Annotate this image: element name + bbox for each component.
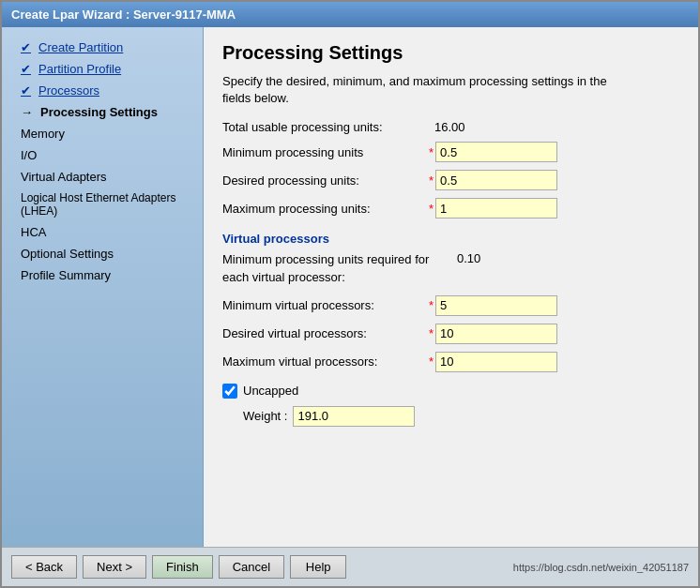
- next-button[interactable]: Next >: [83, 555, 146, 579]
- min-per-vp-value: 0.10: [457, 251, 480, 265]
- desired-processing-required: *: [429, 173, 434, 188]
- finish-button[interactable]: Finish: [152, 555, 213, 579]
- desired-vp-label: Desired virtual processors:: [222, 326, 429, 340]
- window-title: Create Lpar Wizard : Server-9117-MMA: [11, 8, 236, 22]
- max-processing-input[interactable]: 1: [435, 198, 557, 219]
- max-processing-row: Maximum processing units: * 1: [222, 198, 679, 219]
- sidebar-item-label: Processing Settings: [40, 105, 158, 119]
- desired-vp-row: Desired virtual processors: * 10: [222, 324, 679, 344]
- sidebar: Create Partition Partition Profile Proce…: [2, 27, 204, 547]
- min-vp-required: *: [429, 298, 434, 312]
- max-processing-label: Maximum processing units:: [222, 202, 429, 216]
- max-vp-required: *: [429, 354, 434, 369]
- total-usable-value: 16.00: [434, 120, 465, 134]
- min-processing-row: Minimum processing units * 0.5: [222, 142, 679, 162]
- page-title: Processing Settings: [222, 42, 679, 64]
- min-processing-input[interactable]: 0.5: [435, 142, 557, 162]
- uncapped-label: Uncapped: [243, 384, 298, 398]
- footer: < Back Next > Finish Cancel Help https:/…: [2, 547, 698, 586]
- uncapped-row: Uncapped: [222, 384, 679, 399]
- total-usable-label: Total usable processing units:: [222, 120, 429, 134]
- max-vp-label: Maximum virtual processors:: [222, 354, 429, 369]
- weight-row: Weight : 191.0: [243, 406, 679, 427]
- sidebar-item-optional-settings[interactable]: Optional Settings: [2, 243, 203, 264]
- min-per-vp-label: Minimum processing units required for ea…: [222, 251, 448, 285]
- sidebar-item-label: Memory: [21, 127, 65, 141]
- max-processing-required: *: [429, 202, 434, 216]
- sidebar-item-memory[interactable]: Memory: [2, 123, 203, 144]
- sidebar-item-processing-settings[interactable]: Processing Settings: [2, 101, 203, 123]
- sidebar-item-label: Profile Summary: [21, 268, 111, 282]
- sidebar-item-virtual-adapters[interactable]: Virtual Adapters: [2, 166, 203, 188]
- min-vp-input[interactable]: 5: [435, 295, 557, 316]
- weight-label: Weight :: [243, 409, 287, 423]
- sidebar-item-io[interactable]: I/O: [2, 144, 203, 166]
- sidebar-item-label: HCA: [21, 225, 46, 239]
- min-processing-required: *: [429, 145, 434, 159]
- desired-processing-label: Desired processing units:: [222, 173, 429, 188]
- desired-processing-row: Desired processing units: * 0.5: [222, 170, 679, 190]
- help-button[interactable]: Help: [290, 555, 346, 579]
- desired-vp-input[interactable]: 10: [435, 324, 557, 344]
- max-vp-input[interactable]: 10: [435, 352, 557, 372]
- min-per-vp-row: Minimum processing units required for ea…: [222, 251, 679, 285]
- sidebar-item-label: Create Partition: [38, 40, 123, 54]
- sidebar-item-create-partition[interactable]: Create Partition: [2, 37, 203, 58]
- content-area: Processing Settings Specify the desired,…: [204, 27, 698, 547]
- desired-vp-required: *: [429, 326, 434, 340]
- page-description: Specify the desired, minimum, and maximu…: [222, 73, 616, 107]
- sidebar-item-label: Optional Settings: [21, 247, 114, 261]
- total-usable-row: Total usable processing units: 16.00: [222, 120, 679, 134]
- sidebar-item-processors[interactable]: Processors: [2, 80, 203, 101]
- footer-buttons: < Back Next > Finish Cancel Help: [11, 555, 346, 579]
- desired-processing-input[interactable]: 0.5: [435, 170, 557, 190]
- sidebar-item-label: I/O: [21, 148, 37, 162]
- sidebar-item-label: Partition Profile: [38, 62, 121, 76]
- min-processing-label: Minimum processing units: [222, 145, 429, 159]
- window: Create Lpar Wizard : Server-9117-MMA Cre…: [0, 0, 700, 588]
- sidebar-item-label: Logical Host Ethernet Adapters (LHEA): [21, 191, 193, 218]
- weight-input[interactable]: 191.0: [293, 406, 415, 427]
- min-vp-label: Minimum virtual processors:: [222, 298, 429, 312]
- sidebar-item-label: Virtual Adapters: [21, 170, 107, 184]
- sidebar-item-hca[interactable]: HCA: [2, 221, 203, 243]
- sidebar-item-profile-summary[interactable]: Profile Summary: [2, 264, 203, 286]
- cancel-button[interactable]: Cancel: [219, 555, 284, 579]
- uncapped-checkbox[interactable]: [222, 384, 237, 399]
- back-button[interactable]: < Back: [11, 555, 77, 579]
- sidebar-item-label: Processors: [38, 83, 99, 98]
- footer-url: https://blog.csdn.net/weixin_42051187: [513, 562, 689, 573]
- main-area: Create Partition Partition Profile Proce…: [2, 27, 698, 547]
- max-vp-row: Maximum virtual processors: * 10: [222, 352, 679, 372]
- title-bar: Create Lpar Wizard : Server-9117-MMA: [2, 2, 698, 27]
- sidebar-item-lhea[interactable]: Logical Host Ethernet Adapters (LHEA): [2, 188, 203, 221]
- min-vp-row: Minimum virtual processors: * 5: [222, 295, 679, 316]
- sidebar-item-partition-profile[interactable]: Partition Profile: [2, 58, 203, 80]
- virtual-processors-section-title: Virtual processors: [222, 232, 679, 246]
